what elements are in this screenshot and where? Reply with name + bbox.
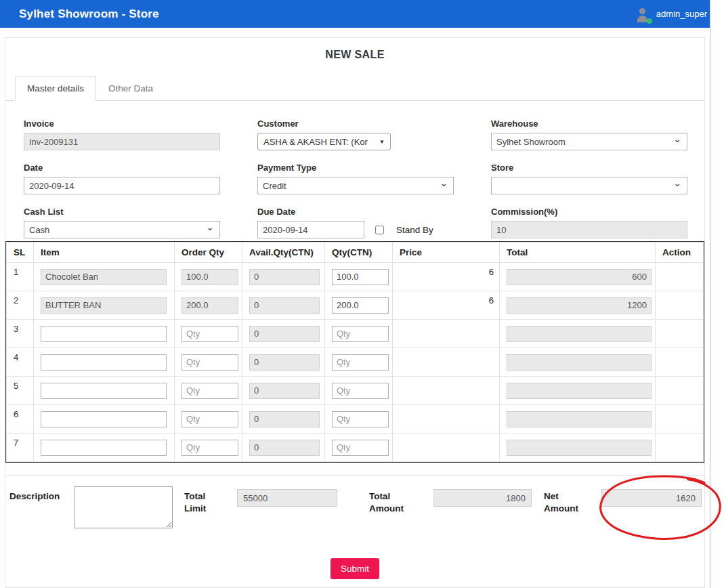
price-cell — [393, 405, 500, 434]
description-label: Description — [9, 490, 60, 503]
summary-section: Description Total Limit Total Amount Net… — [5, 486, 704, 543]
item-input[interactable] — [41, 411, 167, 427]
qty-ctn-input[interactable] — [332, 297, 389, 314]
order-qty-input — [182, 297, 238, 314]
warehouse-select[interactable]: Sylhet Showroom — [491, 133, 687, 150]
invoice-input — [24, 133, 220, 150]
table-row: 4 — [7, 348, 704, 377]
qty-ctn-input[interactable] — [332, 440, 389, 456]
stand-by-checkbox[interactable] — [375, 226, 384, 234]
avail-qty-input — [249, 269, 320, 285]
col-action: Action — [656, 243, 704, 263]
user-menu[interactable]: admin_super — [633, 5, 707, 23]
description-textarea[interactable] — [74, 486, 173, 528]
commission-label: Commission(%) — [491, 207, 687, 217]
due-date-input[interactable] — [257, 221, 364, 238]
cash-list-field: Cash List Cash — [24, 207, 220, 238]
total-input — [507, 411, 652, 427]
payment-type-field: Payment Type Credit — [257, 163, 454, 194]
item-input[interactable] — [41, 440, 167, 456]
table-row: 3 — [7, 320, 704, 348]
action-cell — [656, 263, 704, 291]
avail-qty-input — [249, 354, 320, 371]
order-qty-input[interactable] — [182, 440, 238, 456]
total-input — [507, 297, 652, 314]
item-input — [41, 297, 167, 314]
net-amount-label: Net Amount — [544, 490, 586, 514]
action-cell — [656, 405, 704, 434]
items-table: SL Item Order Qty Avail.Qty(CTN) Qty(CTN… — [6, 242, 704, 462]
customer-label: Customer — [257, 119, 454, 129]
payment-type-label: Payment Type — [257, 163, 454, 173]
total-limit-label: Total Limit — [184, 490, 218, 514]
due-date-field: Due Date Stand By — [257, 207, 454, 238]
total-input — [507, 326, 652, 342]
action-cell — [656, 348, 704, 377]
sl-cell: 3 — [7, 320, 34, 348]
qty-ctn-input[interactable] — [332, 354, 389, 371]
order-qty-input[interactable] — [182, 326, 238, 342]
table-row: 1 6 — [7, 263, 704, 291]
app-root: Sylhet Showroom - Store admin_super NEW … — [0, 0, 710, 588]
store-label: Store — [491, 163, 687, 173]
col-price: Price — [393, 243, 500, 263]
sl-cell: 6 — [7, 405, 34, 434]
item-input[interactable] — [41, 354, 167, 371]
avail-qty-input — [249, 440, 320, 456]
sl-cell: 5 — [7, 377, 34, 405]
cash-list-select[interactable]: Cash — [24, 221, 220, 238]
due-date-label: Due Date — [257, 207, 454, 217]
item-input[interactable] — [41, 326, 167, 342]
col-qty-ctn: Qty(CTN) — [325, 243, 393, 263]
qty-ctn-input[interactable] — [332, 269, 389, 285]
price-cell — [393, 377, 500, 405]
total-input — [507, 440, 652, 456]
sl-cell: 2 — [7, 291, 34, 320]
store-field: Store — [491, 163, 687, 194]
date-input[interactable] — [24, 177, 220, 194]
price-cell: 6 — [393, 263, 500, 291]
qty-ctn-input[interactable] — [332, 383, 389, 399]
net-amount-input — [601, 489, 702, 507]
avatar — [633, 5, 652, 23]
caret-down-icon: ▼ — [379, 139, 385, 145]
avail-qty-input — [249, 383, 320, 399]
tab-master-details[interactable]: Master details — [15, 76, 96, 101]
customer-dropdown[interactable]: ASHA & AKASH ENT: (Kor ▼ — [257, 133, 391, 150]
sl-cell: 1 — [7, 263, 34, 291]
username: admin_super — [656, 9, 707, 19]
order-qty-input[interactable] — [182, 383, 238, 399]
stand-by-label: Stand By — [396, 225, 433, 235]
commission-field: Commission(%) — [491, 207, 687, 238]
store-select[interactable] — [491, 177, 687, 194]
item-input[interactable] — [41, 383, 167, 399]
action-cell — [656, 377, 704, 405]
sl-cell: 4 — [7, 348, 34, 377]
col-sl: SL — [7, 243, 34, 263]
tab-other-data[interactable]: Other Data — [96, 76, 165, 101]
item-input — [41, 269, 167, 285]
col-item: Item — [34, 243, 175, 263]
page-header-title: Sylhet Showroom - Store — [19, 7, 159, 21]
customer-field: Customer ASHA & AKASH ENT: (Kor ▼ — [257, 119, 454, 150]
date-label: Date — [24, 163, 220, 173]
tab-bar: Master details Other Data — [5, 76, 704, 101]
col-order-qty: Order Qty — [175, 243, 242, 263]
submit-button[interactable]: Submit — [331, 558, 379, 579]
cash-list-label: Cash List — [24, 207, 220, 217]
order-qty-input — [182, 269, 238, 285]
order-qty-input[interactable] — [182, 411, 238, 427]
divider — [5, 475, 704, 476]
payment-type-select[interactable]: Credit — [257, 177, 454, 194]
table-row: 7 — [7, 434, 704, 462]
action-cell — [656, 434, 704, 462]
order-qty-input[interactable] — [182, 354, 238, 371]
total-input — [507, 354, 652, 371]
table-row: 6 — [7, 405, 704, 434]
new-sale-card: NEW SALE Master details Other Data Invoi… — [5, 37, 705, 588]
qty-ctn-input[interactable] — [332, 411, 389, 427]
qty-ctn-input[interactable] — [332, 326, 389, 342]
invoice-field: Invoice — [24, 119, 220, 150]
total-input — [507, 383, 652, 399]
net-amount-annotation-circle — [597, 474, 723, 543]
